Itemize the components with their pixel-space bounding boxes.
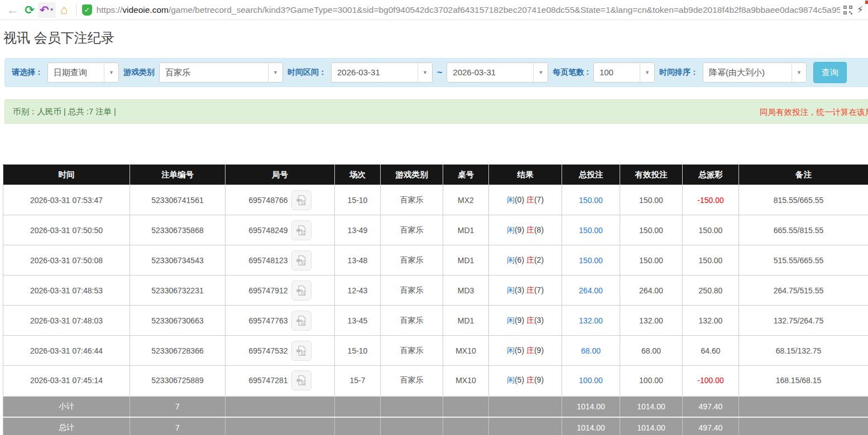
video-replay-icon xyxy=(295,254,308,267)
video-replay-button[interactable] xyxy=(291,341,311,361)
address-bar[interactable]: https://videoie.com/game/betrecord_searc… xyxy=(97,5,840,15)
cell-bet-number: 523306741561 xyxy=(130,185,226,215)
result-banker-label: 庄 xyxy=(526,346,534,355)
chevron-down-icon[interactable]: ▼ xyxy=(533,63,548,82)
bet-table-body: 2026-03-31 07:53:47523306741561695748766… xyxy=(3,185,868,435)
cell-valid-bet: 150.00 xyxy=(620,185,683,215)
cell-table-number: MX2 xyxy=(443,185,489,215)
table-row: 2026-03-31 07:53:47523306741561695748766… xyxy=(3,185,868,215)
search-button[interactable]: 查询 xyxy=(813,62,847,83)
filter-bar: 请选择： 日期查询 ▼ 游戏类别 百家乐 ▼ 时间区间： 2026-03-31 … xyxy=(4,58,868,87)
back-icon: ← xyxy=(7,3,19,17)
date-from-select[interactable]: 2026-03-31 ▼ xyxy=(331,62,433,83)
toolbar-divider xyxy=(76,4,76,16)
game-type-label: 游戏类别 xyxy=(123,67,155,78)
page-size-label: 每页笔数 : xyxy=(553,67,589,78)
round-number-group: 695747281 xyxy=(248,370,311,390)
chevron-down-icon[interactable]: ▼ xyxy=(418,63,432,82)
lightning-icon[interactable]: ⚡ xyxy=(857,4,864,16)
result-player-label: 闲 xyxy=(507,286,515,294)
qr-code-icon[interactable] xyxy=(843,6,852,14)
column-header: 结果 xyxy=(489,165,562,185)
cell-note: 515.55/665.55 xyxy=(739,245,868,276)
cell-round-number: 695747281 xyxy=(226,366,335,396)
video-replay-button[interactable] xyxy=(291,190,311,210)
cell-table-number: MD3 xyxy=(443,276,489,306)
cell-payout: -150.00 xyxy=(683,185,739,215)
page-size-value: 100 xyxy=(594,63,640,82)
back-button[interactable]: ← xyxy=(4,2,21,18)
subtotal-row-cell-10 xyxy=(739,396,868,417)
result-player-value: (9) xyxy=(515,225,526,234)
game-type-select[interactable]: 百家乐 ▼ xyxy=(159,62,283,83)
recently-closed-button[interactable]: ↷ ▼ xyxy=(38,2,56,18)
cell-bet-number: 523306728366 xyxy=(130,336,226,366)
column-header: 备注 xyxy=(739,165,868,185)
video-replay-button[interactable] xyxy=(291,311,311,331)
date-to-value: 2026-03-31 xyxy=(447,63,533,82)
chevron-down-icon[interactable]: ▼ xyxy=(792,63,806,82)
sort-select[interactable]: 降幂(由大到小) ▼ xyxy=(703,62,807,83)
cell-valid-bet: 150.00 xyxy=(620,245,683,276)
security-shield-icon[interactable]: ✓ xyxy=(82,4,92,16)
cell-total-bet: 68.00 xyxy=(562,336,620,366)
subtotal-row-cell-7: 1014.00 xyxy=(562,396,620,417)
home-button[interactable]: ⌂ xyxy=(56,2,73,18)
subtotal-row-cell-3 xyxy=(335,396,381,417)
cell-result: 闲(9) 庄(3) xyxy=(489,306,562,336)
cell-valid-bet: 150.00 xyxy=(620,215,683,245)
undo-icon: ↷ xyxy=(40,3,49,17)
cell-session: 15-7 xyxy=(335,366,381,396)
video-replay-button[interactable] xyxy=(291,370,311,390)
cell-table-number: MX10 xyxy=(443,336,489,366)
cell-note: 815.55/665.55 xyxy=(739,185,868,215)
video-replay-icon xyxy=(295,194,308,206)
column-header: 桌号 xyxy=(443,165,489,185)
video-replay-button[interactable] xyxy=(291,281,311,301)
cell-round-number: 695747912 xyxy=(226,276,335,306)
video-replay-icon xyxy=(295,284,308,297)
cell-bet-number: 523306735868 xyxy=(130,215,226,245)
sort-value: 降幂(由大到小) xyxy=(703,63,792,82)
cell-note: 132.75/264.75 xyxy=(739,306,868,336)
cell-game-type: 百家乐 xyxy=(381,336,443,366)
sort-label: 时间排序： xyxy=(659,67,698,78)
chevron-down-icon[interactable]: ▼ xyxy=(104,63,118,82)
reload-button[interactable]: ⟳ xyxy=(21,2,38,18)
cell-table-number: MX10 xyxy=(443,366,489,396)
currency-summary: 币别：人民币 | 总共 :7 注单 | xyxy=(13,107,116,117)
total-row-cell-10 xyxy=(739,417,868,435)
query-type-value: 日期查询 xyxy=(48,63,104,82)
video-replay-button[interactable] xyxy=(291,250,311,270)
table-row: 2026-03-31 07:48:03523306730663695747763… xyxy=(3,306,868,336)
chevron-down-icon[interactable]: ▼ xyxy=(268,63,282,82)
chevron-down-icon[interactable]: ▼ xyxy=(640,63,654,82)
cell-time: 2026-03-31 07:50:50 xyxy=(3,215,130,245)
cell-table-number: MD1 xyxy=(443,245,489,276)
date-from-value: 2026-03-31 xyxy=(332,63,418,82)
date-to-select[interactable]: 2026-03-31 ▼ xyxy=(447,62,548,83)
subtotal-row-cell-6 xyxy=(489,396,562,417)
round-number-group: 695747912 xyxy=(248,281,311,301)
query-type-select[interactable]: 日期查询 ▼ xyxy=(47,62,119,83)
cell-valid-bet: 100.00 xyxy=(620,366,683,396)
total-row-cell-7: 1014.00 xyxy=(562,417,620,435)
cell-result: 闲(3) 庄(7) xyxy=(489,276,562,306)
cell-payout: 250.80 xyxy=(683,276,739,306)
total-row-cell-3 xyxy=(335,417,381,435)
video-replay-icon xyxy=(295,345,308,357)
result-player-value: (9) xyxy=(515,316,526,325)
round-number-group: 695747532 xyxy=(248,341,311,361)
column-header: 时间 xyxy=(3,165,130,185)
column-header: 注单编号 xyxy=(130,165,226,185)
cell-round-number: 695747763 xyxy=(226,306,335,336)
cell-game-type: 百家乐 xyxy=(381,306,443,336)
result-banker-label: 庄 xyxy=(526,375,534,384)
round-number-text: 695748123 xyxy=(248,256,287,265)
chevron-down-icon: ▼ xyxy=(50,7,54,12)
cell-note: 68.15/132.75 xyxy=(739,336,868,366)
video-replay-button[interactable] xyxy=(291,220,311,240)
video-replay-icon xyxy=(295,374,308,386)
cell-bet-number: 523306725889 xyxy=(130,366,226,396)
page-size-select[interactable]: 100 ▼ xyxy=(593,62,655,83)
